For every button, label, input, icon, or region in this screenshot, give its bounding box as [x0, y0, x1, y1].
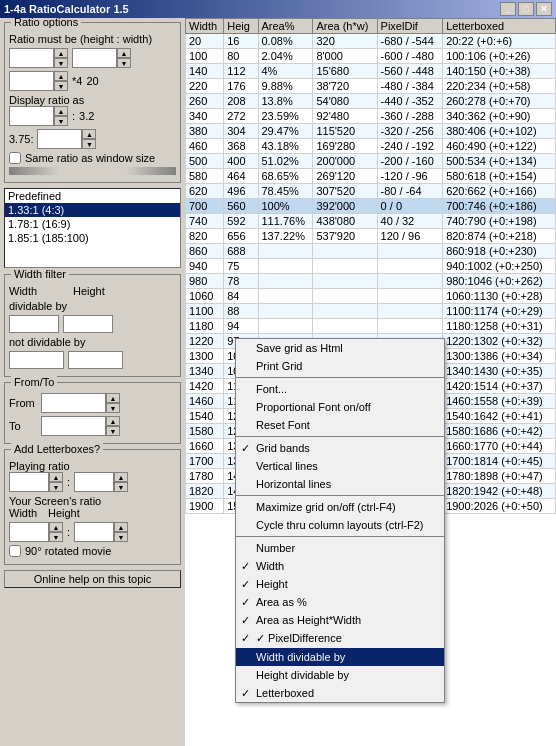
table-row[interactable]: 1100881100:1174 (+0:+29): [186, 304, 556, 319]
from-down-btn[interactable]: ▼: [106, 403, 120, 413]
ctx-pixel-diff[interactable]: ✓ PixelDifference: [236, 629, 444, 648]
table-row[interactable]: 2201769.88%38'720-480 / -384220:234 (+0:…: [186, 79, 556, 94]
height-spin[interactable]: 5 ▲ ▼: [9, 48, 68, 68]
play-height-input[interactable]: 9: [74, 472, 114, 492]
ctx-reset-font[interactable]: Reset Font: [236, 416, 444, 434]
ctx-width[interactable]: Width: [236, 557, 444, 575]
ctx-font[interactable]: Font...: [236, 380, 444, 398]
table-row[interactable]: 700560100%392'0000 / 0700:746 (+0:+186): [186, 199, 556, 214]
ctx-letterboxed[interactable]: Letterboxed: [236, 684, 444, 702]
ctx-horizontal-lines[interactable]: Horizontal lines: [236, 475, 444, 493]
ctx-area-hw[interactable]: Area as Height*Width: [236, 611, 444, 629]
display-spin[interactable]: 4 ▲ ▼: [9, 106, 68, 126]
ctx-grid-bands[interactable]: Grid bands: [236, 439, 444, 457]
multiply-input[interactable]: 5: [9, 71, 54, 91]
col-pixel-dif-header[interactable]: PixelDif: [377, 19, 443, 34]
col-area-pct-header[interactable]: Area%: [258, 19, 313, 34]
from-up-btn[interactable]: ▲: [106, 393, 120, 403]
table-row[interactable]: 1060841060:1130 (+0:+28): [186, 289, 556, 304]
display-input[interactable]: 4: [9, 106, 54, 126]
ctx-height[interactable]: Height: [236, 575, 444, 593]
not-div-input2[interactable]: [68, 351, 123, 369]
ratio-scrollbar[interactable]: [9, 167, 176, 175]
preset-list[interactable]: Predefined 1.33:1 (4:3) 1.78:1 (16:9) 1.…: [4, 188, 181, 268]
width-spin[interactable]: 4 ▲ ▼: [72, 48, 131, 68]
not-div-input[interactable]: 8.30: [9, 351, 64, 369]
table-row[interactable]: 1180941180:1258 (+0:+31): [186, 319, 556, 334]
ctx-vertical-lines[interactable]: Vertical lines: [236, 457, 444, 475]
screen-width-spin[interactable]: 4 ▲ ▼: [9, 522, 63, 542]
ctx-number[interactable]: Number: [236, 539, 444, 557]
same-as-window-checkbox[interactable]: [9, 152, 21, 164]
width-div-input[interactable]: 4: [9, 315, 59, 333]
ctx-print[interactable]: Print Grid: [236, 357, 444, 375]
multiply-up-btn[interactable]: ▲: [54, 71, 68, 81]
play-width-spin[interactable]: 16 ▲ ▼: [9, 472, 63, 492]
play-width-down[interactable]: ▼: [49, 482, 63, 492]
online-help-button[interactable]: Online help on this topic: [4, 570, 181, 588]
height-up-btn[interactable]: ▲: [54, 48, 68, 58]
table-row[interactable]: 26020813.8%54'080-440 / -352260:278 (+0:…: [186, 94, 556, 109]
screen-height-input[interactable]: 3: [74, 522, 114, 542]
screen-height-spin[interactable]: 3 ▲ ▼: [74, 522, 128, 542]
table-row[interactable]: 860688860:918 (+0:+230): [186, 244, 556, 259]
col-width-header[interactable]: Width: [186, 19, 224, 34]
from-spin[interactable]: 1 ▲ ▼: [41, 393, 120, 413]
close-button[interactable]: ✕: [536, 2, 552, 16]
table-row[interactable]: 38030429.47%115'520-320 / -256380:406 (+…: [186, 124, 556, 139]
table-row[interactable]: 820656137.22%537'920120 / 96820:874 (+0:…: [186, 229, 556, 244]
list-item-133[interactable]: 1.33:1 (4:3): [5, 203, 180, 217]
to-up-btn[interactable]: ▲: [106, 416, 120, 426]
three-input[interactable]: 3: [37, 129, 82, 149]
display-down-btn[interactable]: ▼: [54, 116, 68, 126]
minimize-button[interactable]: _: [500, 2, 516, 16]
three-spin[interactable]: 3 ▲ ▼: [37, 129, 96, 149]
multiply-spin[interactable]: 5 ▲ ▼: [9, 71, 68, 91]
list-item-185[interactable]: 1.85:1 (185:100): [5, 231, 180, 245]
from-input[interactable]: 1: [41, 393, 106, 413]
table-row[interactable]: 34027223.59%92'480-360 / -288340:362 (+0…: [186, 109, 556, 124]
width-input[interactable]: 4: [72, 48, 117, 68]
table-row[interactable]: 740592111.76%438'08040 / 32740:790 (+0:+…: [186, 214, 556, 229]
play-width-up[interactable]: ▲: [49, 472, 63, 482]
table-row[interactable]: 94075940:1002 (+0:+250): [186, 259, 556, 274]
play-width-input[interactable]: 16: [9, 472, 49, 492]
ctx-cycle[interactable]: Cycle thru column layouts (ctrl-F2): [236, 516, 444, 534]
to-down-btn[interactable]: ▼: [106, 426, 120, 436]
col-area-hw-header[interactable]: Area (h*w): [313, 19, 377, 34]
screen-height-down[interactable]: ▼: [114, 532, 128, 542]
ctx-width-div[interactable]: Width dividable by: [236, 648, 444, 666]
table-row[interactable]: 100802.04%8'000-600 / -480100:106 (+0:+2…: [186, 49, 556, 64]
width-down-btn[interactable]: ▼: [117, 58, 131, 68]
screen-width-up[interactable]: ▲: [49, 522, 63, 532]
table-row[interactable]: 58046468.65%269'120-120 / -96580:618 (+0…: [186, 169, 556, 184]
rotated-movie-checkbox[interactable]: [9, 545, 21, 557]
list-item-predefined[interactable]: Predefined: [5, 189, 180, 203]
play-height-up[interactable]: ▲: [114, 472, 128, 482]
screen-width-down[interactable]: ▼: [49, 532, 63, 542]
maximize-button[interactable]: □: [518, 2, 534, 16]
ctx-save-html[interactable]: Save grid as Html: [236, 339, 444, 357]
screen-height-up[interactable]: ▲: [114, 522, 128, 532]
width-up-btn[interactable]: ▲: [117, 48, 131, 58]
ctx-maximize[interactable]: Maximize grid on/off (ctrl-F4): [236, 498, 444, 516]
ctx-prop-font[interactable]: Proportional Font on/off: [236, 398, 444, 416]
ctx-area-pct[interactable]: Area as %: [236, 593, 444, 611]
table-row[interactable]: 62049678.45%307'520-80 / -64620:662 (+0:…: [186, 184, 556, 199]
table-row[interactable]: 1401124%15'680-560 / -448140:150 (+0:+38…: [186, 64, 556, 79]
ctx-height-div[interactable]: Height dividable by: [236, 666, 444, 684]
list-item-178[interactable]: 1.78:1 (16:9): [5, 217, 180, 231]
table-row[interactable]: 20160.08%320-680 / -54420:22 (+0:+6): [186, 34, 556, 49]
play-height-spin[interactable]: 9 ▲ ▼: [74, 472, 128, 492]
multiply-down-btn[interactable]: ▼: [54, 81, 68, 91]
play-height-down[interactable]: ▼: [114, 482, 128, 492]
to-input[interactable]: 1920: [41, 416, 106, 436]
height-down-btn[interactable]: ▼: [54, 58, 68, 68]
display-up-btn[interactable]: ▲: [54, 106, 68, 116]
table-row[interactable]: 46036843.18%169'280-240 / -192460:490 (+…: [186, 139, 556, 154]
col-height-header[interactable]: Heig: [224, 19, 258, 34]
col-letterboxed-header[interactable]: Letterboxed: [443, 19, 556, 34]
three-down-btn[interactable]: ▼: [82, 139, 96, 149]
three-up-btn[interactable]: ▲: [82, 129, 96, 139]
table-row[interactable]: 50040051.02%200'000-200 / -160500:534 (+…: [186, 154, 556, 169]
